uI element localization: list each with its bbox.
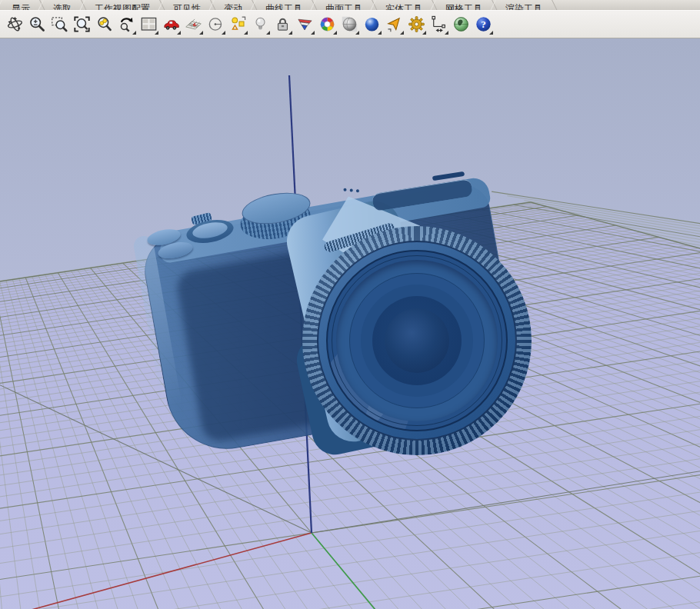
tab-6[interactable]: 曲线工具	[254, 0, 314, 10]
tab-label: 工作视图配置	[95, 4, 150, 11]
named-view-car-icon[interactable]	[160, 13, 182, 36]
lock-icon[interactable]	[272, 13, 294, 36]
settings-gear-icon[interactable]	[405, 13, 428, 36]
tab-label: 网格工具	[445, 4, 482, 11]
tab-label: 变动	[224, 4, 242, 11]
tab-9[interactable]: 网格工具	[434, 0, 494, 10]
dimension-icon[interactable]	[428, 13, 450, 36]
zoom-dynamic-icon[interactable]	[26, 13, 48, 36]
render-globe-icon[interactable]	[450, 13, 472, 36]
tab-7[interactable]: 曲面工具	[314, 0, 374, 10]
zoom-extents-icon[interactable]	[71, 13, 93, 36]
tab-label: 实体工具	[385, 4, 422, 11]
tab-label: 选取	[53, 4, 72, 11]
select-cursor-icon[interactable]	[383, 13, 405, 36]
lamp-icon[interactable]	[249, 13, 272, 36]
zoom-selected-icon[interactable]	[93, 13, 115, 36]
tab-2[interactable]: 选取	[42, 0, 83, 10]
tab-label: 可见性	[173, 4, 201, 11]
viewport-layout-icon[interactable]	[138, 13, 160, 36]
rendered-sphere-icon[interactable]	[361, 13, 383, 36]
tab-1[interactable]: 显示	[0, 0, 42, 10]
tab-5[interactable]: 变动	[212, 0, 254, 10]
perspective-viewport[interactable]	[0, 38, 700, 609]
circle-center-icon[interactable]	[205, 13, 227, 36]
toolbar-tab-bar: 显示选取工作视图配置可见性变动曲线工具曲面工具实体工具网格工具渲染工具	[0, 0, 700, 10]
zoom-window-icon[interactable]	[48, 13, 71, 36]
shaded-sphere-icon[interactable]	[338, 13, 361, 36]
tab-label: 曲面工具	[325, 4, 362, 11]
tab-label: 渲染工具	[505, 4, 542, 11]
lens-glass	[385, 308, 449, 373]
cplane-icon[interactable]	[182, 13, 205, 36]
svg-text:?: ?	[481, 18, 486, 30]
tab-3[interactable]: 工作视图配置	[83, 0, 162, 10]
color-wheel-icon[interactable]	[316, 13, 338, 36]
tab-8[interactable]: 实体工具	[374, 0, 434, 10]
undo-view-icon[interactable]	[115, 13, 138, 36]
tab-10[interactable]: 渲染工具	[494, 0, 554, 10]
object-shapes-icon[interactable]	[227, 13, 249, 36]
tab-4[interactable]: 可见性	[162, 0, 212, 10]
main-toolbar: ?	[0, 10, 700, 38]
tab-label: 曲线工具	[265, 4, 302, 11]
rotate-view-icon[interactable]	[4, 13, 26, 36]
help-icon[interactable]: ?	[472, 13, 495, 36]
tab-label: 显示	[12, 4, 30, 11]
app-window: 显示选取工作视图配置可见性变动曲线工具曲面工具实体工具网格工具渲染工具 ?	[0, 0, 700, 609]
layer-wedge-icon[interactable]	[294, 13, 316, 36]
